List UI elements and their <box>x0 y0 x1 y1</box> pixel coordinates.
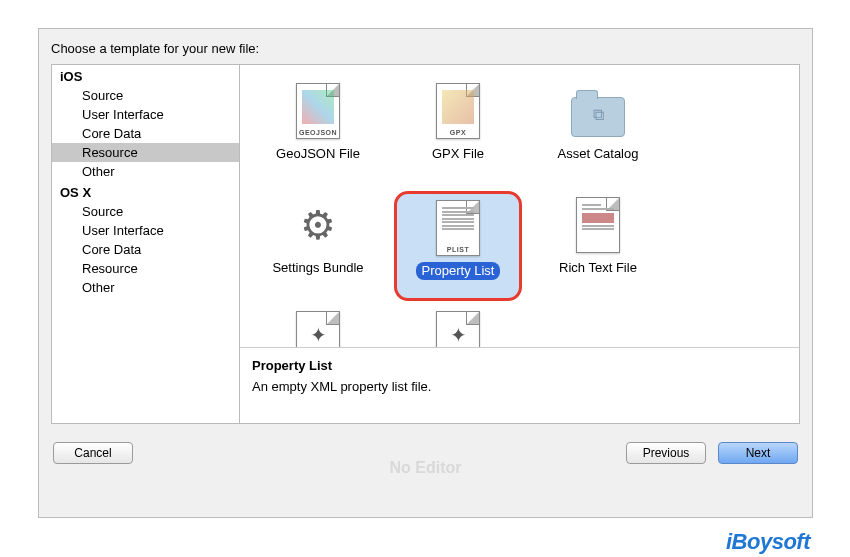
file-icon: ✦SKS <box>430 307 486 347</box>
template-asset-catalog[interactable]: ⧉ Asset Catalog <box>534 77 662 187</box>
sidebar-item-coredata-osx[interactable]: Core Data <box>52 240 239 259</box>
template-label: Property List <box>416 262 501 280</box>
main-panel: GEOJSON GeoJSON File GPX GPX File ⧉ Asse… <box>240 65 799 423</box>
watermark: iBoysoft <box>726 529 810 555</box>
sidebar-item-other-osx[interactable]: Other <box>52 278 239 297</box>
sidebar-header-ios: iOS <box>52 65 239 86</box>
cancel-button[interactable]: Cancel <box>53 442 133 464</box>
template-property-list[interactable]: PLIST Property List <box>394 191 522 301</box>
description-body: An empty XML property list file. <box>252 379 787 394</box>
sidebar-item-coredata-ios[interactable]: Core Data <box>52 124 239 143</box>
sidebar: iOS Source User Interface Core Data Reso… <box>52 65 240 423</box>
sidebar-item-source-osx[interactable]: Source <box>52 202 239 221</box>
template-spritekit-particle[interactable]: ✦SKS SpriteKit Particle File <box>394 305 522 347</box>
file-icon: ✦SCNP <box>290 307 346 347</box>
new-file-dialog: Choose a template for your new file: iOS… <box>38 28 813 518</box>
file-icon: GEOJSON <box>290 79 346 143</box>
template-rich-text[interactable]: Rich Text File <box>534 191 662 301</box>
sidebar-item-resource-osx[interactable]: Resource <box>52 259 239 278</box>
content-row: iOS Source User Interface Core Data Reso… <box>51 64 800 424</box>
sidebar-header-osx: OS X <box>52 181 239 202</box>
folder-icon: ⧉ <box>570 79 626 143</box>
template-gallery: GEOJSON GeoJSON File GPX GPX File ⧉ Asse… <box>240 65 799 347</box>
sidebar-item-resource-ios[interactable]: Resource <box>52 143 239 162</box>
file-icon <box>570 193 626 257</box>
template-label: GPX File <box>426 145 490 163</box>
template-gpx[interactable]: GPX GPX File <box>394 77 522 187</box>
template-label: Asset Catalog <box>552 145 645 163</box>
template-label: Rich Text File <box>553 259 643 277</box>
previous-button[interactable]: Previous <box>626 442 706 464</box>
template-label: GeoJSON File <box>270 145 366 163</box>
template-label: Settings Bundle <box>266 259 369 277</box>
description-title: Property List <box>252 358 787 373</box>
file-icon: GPX <box>430 79 486 143</box>
dialog-prompt: Choose a template for your new file: <box>39 29 812 64</box>
gear-icon: ⚙ <box>290 193 346 257</box>
template-settings-bundle[interactable]: ⚙ Settings Bundle <box>254 191 382 301</box>
template-scenekit-particle[interactable]: ✦SCNP SceneKit Particle System <box>254 305 382 347</box>
button-row: Cancel Previous Next <box>39 442 812 464</box>
next-button[interactable]: Next <box>718 442 798 464</box>
description-panel: Property List An empty XML property list… <box>240 347 799 423</box>
sidebar-item-userinterface-ios[interactable]: User Interface <box>52 105 239 124</box>
file-icon: PLIST <box>430 196 486 260</box>
sidebar-item-other-ios[interactable]: Other <box>52 162 239 181</box>
sidebar-item-userinterface-osx[interactable]: User Interface <box>52 221 239 240</box>
template-geojson[interactable]: GEOJSON GeoJSON File <box>254 77 382 187</box>
sidebar-item-source-ios[interactable]: Source <box>52 86 239 105</box>
